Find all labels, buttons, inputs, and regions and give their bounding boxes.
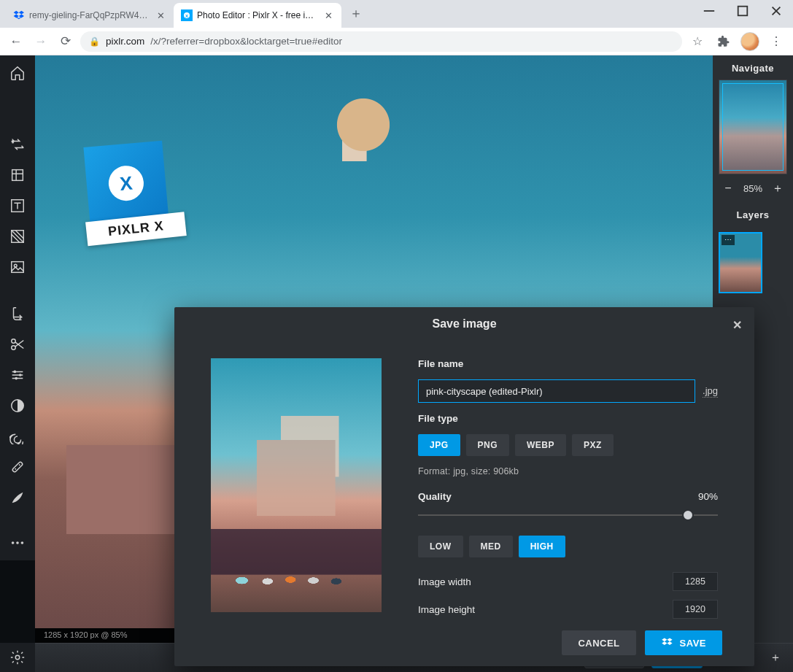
- zoom-in-button[interactable]: ＋: [770, 180, 786, 196]
- more-icon[interactable]: [4, 530, 31, 556]
- svg-point-15: [15, 377, 18, 380]
- svg-text:X: X: [185, 14, 188, 18]
- layer-thumbnail[interactable]: ⋯: [719, 232, 762, 293]
- dialog-close-button[interactable]: ✕: [728, 316, 746, 333]
- arrange-icon[interactable]: [4, 131, 31, 158]
- pixlr-icon: X: [181, 9, 193, 21]
- zoom-value: 85%: [743, 183, 762, 194]
- url-input[interactable]: 🔒 pixlr.com/x/?referrer=dropbox&locktarg…: [80, 31, 682, 52]
- svg-point-19: [19, 464, 20, 466]
- svg-rect-3: [738, 7, 748, 16]
- dialog-cancel-button[interactable]: CANCEL: [562, 630, 635, 655]
- width-value[interactable]: 1285: [673, 572, 718, 591]
- kebab-menu-icon[interactable]: ⋮: [765, 31, 787, 53]
- window-close-button[interactable]: [759, 0, 793, 22]
- reload-button[interactable]: ⟳: [55, 31, 76, 52]
- browser-tab-inactive[interactable]: remy-gieling-FarQqPzpRW4-uns… ✕: [6, 3, 174, 28]
- svg-rect-17: [12, 461, 23, 473]
- url-path: /x/?referrer=dropbox&locktarget=true#edi…: [150, 36, 342, 47]
- height-label: Image height: [418, 604, 475, 615]
- dialog-title: Save image: [432, 317, 496, 330]
- filename-input[interactable]: [418, 379, 695, 403]
- maximize-button[interactable]: [726, 0, 759, 22]
- filetype-segmented: JPG PNG WEBP PXZ: [418, 434, 718, 456]
- navigator-thumbnail[interactable]: [719, 80, 787, 174]
- browser-titlebar: remy-gieling-FarQqPzpRW4-uns… ✕ X Photo …: [0, 0, 793, 28]
- svg-point-22: [21, 541, 24, 544]
- width-label: Image width: [418, 576, 471, 587]
- minimize-button[interactable]: [692, 0, 726, 22]
- cutout-icon[interactable]: [4, 301, 31, 327]
- address-bar: ← → ⟳ 🔒 pixlr.com/x/?referrer=dropbox&lo…: [0, 28, 793, 55]
- heal-icon[interactable]: [4, 454, 31, 480]
- new-tab-button[interactable]: ＋: [346, 3, 366, 23]
- height-value[interactable]: 1920: [673, 600, 718, 619]
- svg-point-13: [14, 371, 17, 374]
- svg-point-20: [12, 541, 15, 544]
- url-host: pixlr.com: [106, 36, 144, 47]
- quality-med[interactable]: MED: [469, 536, 513, 557]
- tab-label: Photo Editor : Pixlr X - free image…: [197, 10, 318, 20]
- save-dialog: Save image ✕ File name .jpg File type JP…: [174, 307, 754, 666]
- quality-high[interactable]: HIGH: [519, 536, 565, 557]
- spiral-icon[interactable]: [4, 423, 31, 449]
- gear-icon[interactable]: [4, 644, 31, 671]
- contrast-icon[interactable]: [4, 393, 31, 419]
- close-icon[interactable]: ✕: [322, 10, 334, 21]
- add-icon[interactable]: ＋: [765, 648, 786, 668]
- image-tool-icon[interactable]: [4, 254, 31, 280]
- svg-rect-4: [12, 170, 23, 181]
- pixlr-badge: X PIXLR X: [83, 139, 189, 244]
- file-extension[interactable]: .jpg: [703, 385, 718, 398]
- adjust-icon[interactable]: [4, 362, 31, 388]
- svg-rect-9: [12, 262, 24, 273]
- close-icon[interactable]: ✕: [155, 10, 166, 21]
- filetype-pxz[interactable]: PXZ: [572, 434, 614, 456]
- format-meta: Format: jpg, size: 906kb: [418, 466, 718, 476]
- svg-point-18: [15, 468, 16, 470]
- window-controls: [692, 0, 793, 22]
- brush-icon[interactable]: [4, 484, 31, 511]
- navigate-title: Navigate: [713, 55, 793, 80]
- layer-menu-icon[interactable]: ⋯: [722, 235, 735, 245]
- quality-low[interactable]: LOW: [418, 536, 463, 557]
- dialog-save-button[interactable]: SAVE: [645, 630, 722, 655]
- quality-slider[interactable]: [418, 509, 718, 521]
- back-button[interactable]: ←: [6, 31, 26, 52]
- scissors-icon[interactable]: [4, 331, 31, 358]
- tool-sidebar: [0, 90, 35, 560]
- lock-icon: 🔒: [89, 36, 100, 47]
- quality-value: 90%: [698, 491, 718, 502]
- quality-label: Quality: [418, 491, 452, 502]
- filetype-jpg[interactable]: JPG: [418, 434, 460, 456]
- filetype-label: File type: [418, 413, 718, 424]
- home-icon[interactable]: [4, 60, 31, 86]
- zoom-out-button[interactable]: −: [720, 180, 736, 196]
- filetype-webp[interactable]: WEBP: [515, 434, 566, 456]
- extensions-icon[interactable]: [713, 31, 735, 53]
- forward-button[interactable]: →: [31, 31, 51, 52]
- browser-tab-active[interactable]: X Photo Editor : Pixlr X - free image… ✕: [174, 3, 341, 28]
- tab-label: remy-gieling-FarQqPzpRW4-uns…: [29, 10, 150, 20]
- svg-point-23: [15, 655, 20, 660]
- text-tool-icon[interactable]: [4, 193, 31, 219]
- save-preview: [211, 358, 382, 612]
- layers-title: Layers: [713, 202, 793, 226]
- svg-point-14: [19, 374, 22, 376]
- fill-tool-icon[interactable]: [4, 223, 31, 250]
- filename-label: File name: [418, 358, 718, 369]
- filetype-png[interactable]: PNG: [466, 434, 510, 456]
- profile-avatar[interactable]: [739, 31, 761, 53]
- svg-point-21: [16, 541, 19, 544]
- crop-tool-icon[interactable]: [4, 162, 31, 188]
- dropbox-icon: [13, 9, 25, 21]
- bookmark-icon[interactable]: ☆: [686, 31, 708, 53]
